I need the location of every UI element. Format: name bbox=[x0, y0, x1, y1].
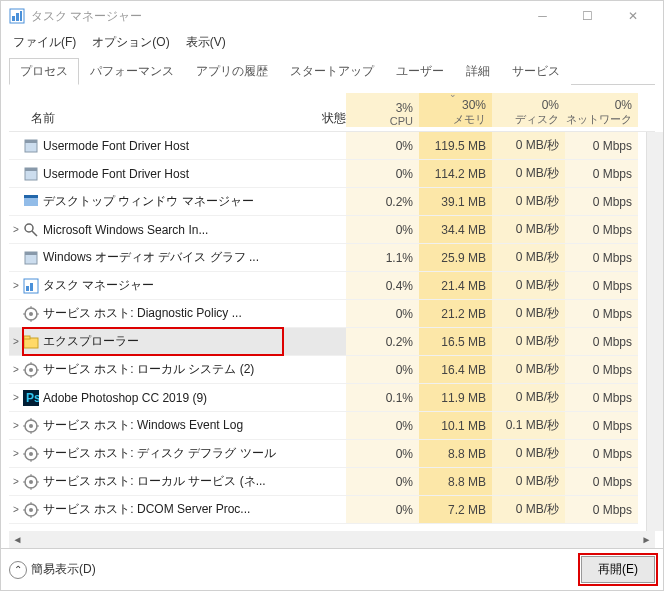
tab-details[interactable]: 詳細 bbox=[455, 58, 501, 85]
disk-cell: 0 MB/秒 bbox=[492, 328, 565, 355]
menu-file[interactable]: ファイル(F) bbox=[7, 32, 82, 53]
menubar: ファイル(F) オプション(O) 表示(V) bbox=[1, 31, 663, 53]
header-cpu[interactable]: 3%CPU bbox=[346, 93, 419, 127]
svg-line-11 bbox=[32, 231, 37, 236]
menu-view[interactable]: 表示(V) bbox=[180, 32, 232, 53]
table-row[interactable]: >エクスプローラー0.2%16.5 MB0 MB/秒0 Mbps bbox=[9, 328, 638, 356]
expand-icon[interactable]: > bbox=[9, 336, 23, 347]
table-row[interactable]: >PsAdobe Photoshop CC 2019 (9)0.1%11.9 M… bbox=[9, 384, 638, 412]
svg-point-46 bbox=[29, 480, 33, 484]
minimize-button[interactable]: ─ bbox=[520, 2, 565, 30]
scroll-left-icon[interactable]: ◄ bbox=[9, 534, 26, 545]
tab-users[interactable]: ユーザー bbox=[385, 58, 455, 85]
network-cell: 0 Mbps bbox=[565, 496, 638, 523]
header-name[interactable]: 名前 bbox=[9, 93, 283, 127]
cpu-cell: 0% bbox=[346, 356, 419, 383]
expand-icon[interactable]: > bbox=[9, 448, 23, 459]
scroll-right-icon[interactable]: ► bbox=[638, 534, 655, 545]
network-cell: 0 Mbps bbox=[565, 412, 638, 439]
menu-options[interactable]: オプション(O) bbox=[86, 32, 175, 53]
tab-performance[interactable]: パフォーマンス bbox=[79, 58, 185, 85]
cpu-cell: 0% bbox=[346, 216, 419, 243]
fewer-details-button[interactable]: ⌃ 簡易表示(D) bbox=[9, 561, 96, 579]
memory-cell: 10.1 MB bbox=[419, 412, 492, 439]
cpu-cell: 1.1% bbox=[346, 244, 419, 271]
process-name: タスク マネージャー bbox=[23, 272, 283, 299]
network-cell: 0 Mbps bbox=[565, 132, 638, 159]
disk-cell: 0 MB/秒 bbox=[492, 244, 565, 271]
disk-cell: 0 MB/秒 bbox=[492, 188, 565, 215]
tab-processes[interactable]: プロセス bbox=[9, 58, 79, 85]
tab-services[interactable]: サービス bbox=[501, 58, 571, 85]
expand-icon[interactable]: > bbox=[9, 224, 23, 235]
network-cell: 0 Mbps bbox=[565, 272, 638, 299]
horizontal-scrollbar[interactable]: ◄ ► bbox=[9, 531, 655, 548]
svg-rect-3 bbox=[20, 11, 22, 21]
window-title: タスク マネージャー bbox=[31, 8, 520, 25]
process-icon bbox=[23, 278, 39, 294]
network-cell: 0 Mbps bbox=[565, 384, 638, 411]
disk-cell: 0 MB/秒 bbox=[492, 384, 565, 411]
table-row[interactable]: デスクトップ ウィンドウ マネージャー0.2%39.1 MB0 MB/秒0 Mb… bbox=[9, 188, 638, 216]
network-cell: 0 Mbps bbox=[565, 328, 638, 355]
process-icon bbox=[23, 166, 39, 182]
expand-icon[interactable]: > bbox=[9, 504, 23, 515]
table-row[interactable]: >Microsoft Windows Search In...0%34.4 MB… bbox=[9, 216, 638, 244]
maximize-button[interactable]: ☐ bbox=[565, 2, 610, 30]
table-row[interactable]: Windows オーディオ デバイス グラフ ...1.1%25.9 MB0 M… bbox=[9, 244, 638, 272]
table-row[interactable]: >タスク マネージャー0.4%21.4 MB0 MB/秒0 Mbps bbox=[9, 272, 638, 300]
vertical-scrollbar[interactable] bbox=[646, 132, 663, 531]
process-name: Usermode Font Driver Host bbox=[23, 132, 283, 159]
expand-icon[interactable]: > bbox=[9, 364, 23, 375]
memory-cell: 21.2 MB bbox=[419, 300, 492, 327]
chevron-up-icon: ⌃ bbox=[9, 561, 27, 579]
table-row[interactable]: >サービス ホスト: ローカル サービス (ネ...0%8.8 MB0 MB/秒… bbox=[9, 468, 638, 496]
close-button[interactable]: ✕ bbox=[610, 2, 655, 30]
cpu-cell: 0% bbox=[346, 300, 419, 327]
expand-icon[interactable]: > bbox=[9, 476, 23, 487]
restart-button[interactable]: 再開(E) bbox=[581, 556, 655, 583]
memory-cell: 7.2 MB bbox=[419, 496, 492, 523]
table-row[interactable]: Usermode Font Driver Host0%114.2 MB0 MB/… bbox=[9, 160, 638, 188]
cpu-cell: 0% bbox=[346, 160, 419, 187]
svg-point-52 bbox=[29, 508, 33, 512]
process-icon bbox=[23, 334, 39, 350]
tab-apphistory[interactable]: アプリの履歴 bbox=[185, 58, 279, 85]
table-row[interactable]: >サービス ホスト: Windows Event Log0%10.1 MB0.1… bbox=[9, 412, 638, 440]
process-name: サービス ホスト: ローカル システム (2) bbox=[23, 356, 283, 383]
disk-cell: 0 MB/秒 bbox=[492, 132, 565, 159]
process-icon bbox=[23, 250, 39, 266]
header-disk[interactable]: 0%ディスク bbox=[492, 93, 565, 127]
process-icon bbox=[23, 194, 39, 210]
disk-cell: 0 MB/秒 bbox=[492, 300, 565, 327]
process-icon bbox=[23, 362, 39, 378]
network-cell: 0 Mbps bbox=[565, 300, 638, 327]
expand-icon[interactable]: > bbox=[9, 280, 23, 291]
network-cell: 0 Mbps bbox=[565, 440, 638, 467]
process-icon bbox=[23, 306, 39, 322]
tab-startup[interactable]: スタートアップ bbox=[279, 58, 385, 85]
table-row[interactable]: サービス ホスト: Diagnostic Policy ...0%21.2 MB… bbox=[9, 300, 638, 328]
table-row[interactable]: >サービス ホスト: DCOM Server Proc...0%7.2 MB0 … bbox=[9, 496, 638, 524]
memory-cell: 21.4 MB bbox=[419, 272, 492, 299]
memory-cell: 8.8 MB bbox=[419, 468, 492, 495]
header-memory[interactable]: ⌄30%メモリ bbox=[419, 93, 492, 127]
disk-cell: 0 MB/秒 bbox=[492, 440, 565, 467]
process-icon bbox=[23, 446, 39, 462]
network-cell: 0 Mbps bbox=[565, 188, 638, 215]
process-list[interactable]: Usermode Font Driver Host0%119.5 MB0 MB/… bbox=[9, 132, 638, 531]
memory-cell: 119.5 MB bbox=[419, 132, 492, 159]
process-name: PsAdobe Photoshop CC 2019 (9) bbox=[23, 384, 283, 411]
expand-icon[interactable]: > bbox=[9, 392, 23, 403]
header-status[interactable]: 状態 bbox=[283, 93, 346, 127]
expand-icon[interactable]: > bbox=[9, 420, 23, 431]
network-cell: 0 Mbps bbox=[565, 356, 638, 383]
svg-rect-2 bbox=[16, 13, 19, 21]
table-row[interactable]: >サービス ホスト: ディスク デフラグ ツール0%8.8 MB0 MB/秒0 … bbox=[9, 440, 638, 468]
header-network[interactable]: 0%ネットワーク bbox=[565, 93, 638, 127]
table-row[interactable]: >サービス ホスト: ローカル システム (2)0%16.4 MB0 MB/秒0… bbox=[9, 356, 638, 384]
table-row[interactable]: Usermode Font Driver Host0%119.5 MB0 MB/… bbox=[9, 132, 638, 160]
svg-rect-24 bbox=[24, 336, 30, 339]
process-icon bbox=[23, 418, 39, 434]
column-headers: 名前 状態 3%CPU ⌄30%メモリ 0%ディスク 0%ネットワーク bbox=[9, 85, 655, 132]
